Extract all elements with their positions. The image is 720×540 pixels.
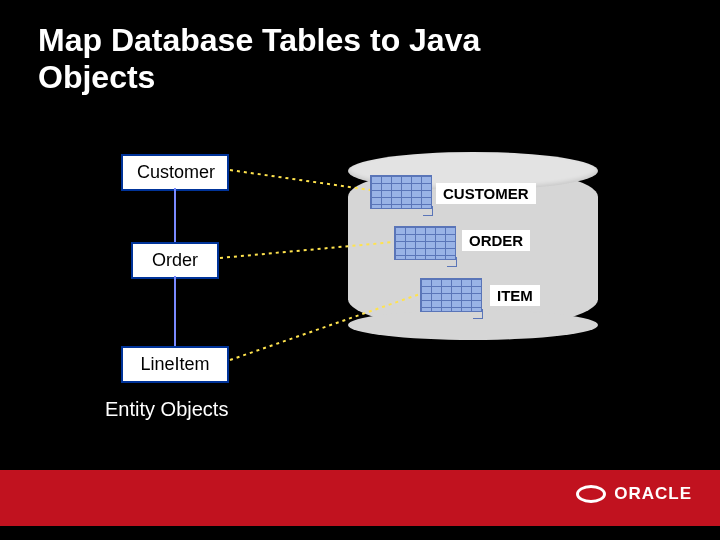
table-order-icon xyxy=(394,226,456,260)
svg-line-1 xyxy=(220,242,394,258)
table-customer-label: CUSTOMER xyxy=(436,183,536,204)
mapping-lines xyxy=(0,0,720,540)
slide-stage: Map Database Tables to Java Objects Cust… xyxy=(0,0,720,540)
svg-line-0 xyxy=(230,170,370,190)
table-customer-icon xyxy=(370,175,432,209)
table-item-icon xyxy=(420,278,482,312)
svg-line-2 xyxy=(230,294,420,360)
table-order-label: ORDER xyxy=(462,230,530,251)
table-item-label: ITEM xyxy=(490,285,540,306)
